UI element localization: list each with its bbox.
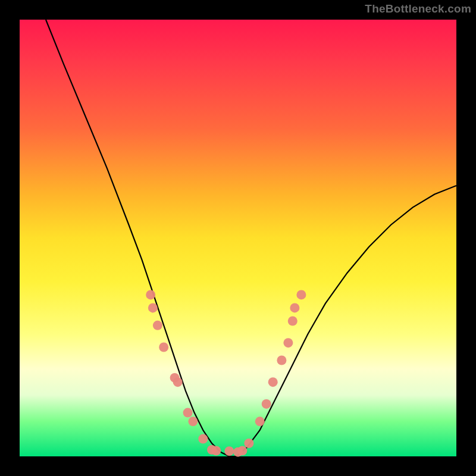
data-marker	[283, 338, 293, 347]
plot-area	[20, 20, 456, 456]
data-marker	[290, 303, 299, 312]
data-marker	[159, 343, 168, 352]
data-marker	[237, 446, 247, 456]
data-marker	[183, 408, 193, 418]
data-marker	[288, 317, 298, 326]
data-marker	[296, 290, 306, 299]
chart-svg	[20, 20, 456, 456]
data-marker	[255, 416, 265, 426]
data-marker	[198, 434, 208, 444]
data-marker	[268, 377, 278, 387]
data-marker	[148, 303, 158, 312]
data-marker	[173, 377, 183, 387]
data-marker	[277, 356, 286, 365]
data-marker	[262, 399, 271, 409]
data-marker	[244, 439, 253, 448]
data-marker	[188, 416, 198, 426]
data-marker	[146, 290, 155, 299]
data-markers	[146, 290, 306, 456]
data-marker	[224, 446, 234, 456]
bottleneck-curve	[46, 20, 456, 456]
data-marker	[153, 321, 162, 330]
watermark-text: TheBottleneck.com	[365, 2, 471, 15]
data-marker	[211, 446, 221, 456]
chart-frame: TheBottleneck.com	[0, 0, 476, 476]
